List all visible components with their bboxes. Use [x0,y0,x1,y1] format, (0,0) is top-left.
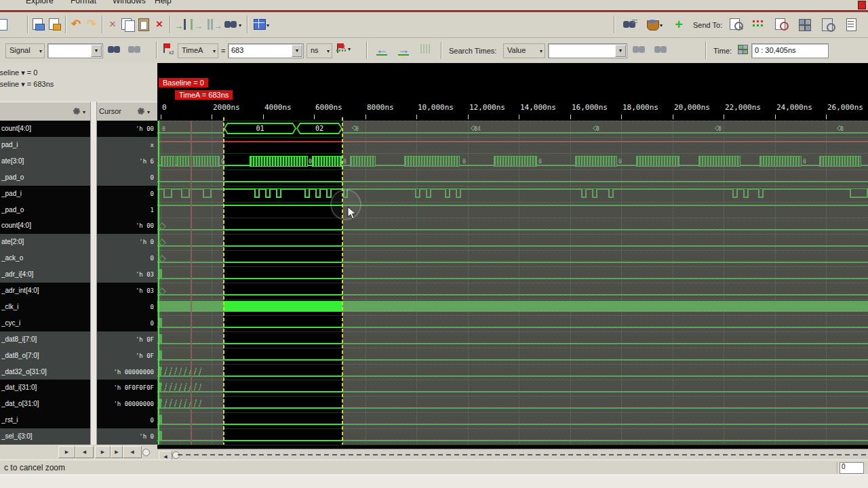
signal-row[interactable]: _pad_o0 [0,169,157,186]
next-edge-icon[interactable]: → [396,42,411,57]
signal-row[interactable]: count[4:0]'h 00 [0,218,157,234]
time-axis[interactable]: 02000ns4000ns6000ns8000ns10,000ns12,000n… [157,100,868,121]
shift-out-icon[interactable]: → [190,17,205,32]
panel-scroll-knob[interactable] [142,449,150,456]
search-value-combo[interactable]: ▼ [548,43,627,58]
send-to-schematic-icon[interactable] [797,17,812,32]
add-icon[interactable]: + [671,17,686,32]
menu-item-help[interactable]: Help [155,0,172,10]
prev-edge-icon[interactable]: ← [374,42,389,57]
axis-tick-label: 20,000ns [674,103,710,112]
signal-row[interactable]: _pad_i0 [0,186,157,202]
search-icon[interactable]: ▾ [224,17,239,32]
clipped-icon[interactable] [0,17,9,32]
wave-busy-block [250,156,308,167]
signal-value: 'h 6 [96,158,154,165]
column-divider[interactable] [90,102,97,460]
send-to-viewer-icon[interactable] [729,17,744,32]
signal-name: _clk_i [1,303,90,310]
timea-value-combo[interactable]: 683▼ [228,43,304,58]
marker-set-icon[interactable]: x ▾ [335,42,350,57]
signal-row[interactable]: _clk_i0 [0,299,157,315]
combo-arrow-icon[interactable]: ▼ [615,45,626,57]
send-to-waves-icon[interactable] [751,17,766,32]
save-as-icon[interactable] [47,17,62,32]
combo-arrow-icon[interactable]: ▼ [91,45,102,57]
signal-row[interactable]: ate[2:0]'h 0 [0,234,157,250]
zoom-select-start-line[interactable] [223,117,224,445]
signal-name: _dat32_o[31:0] [1,368,90,375]
cursor-baseline-line[interactable]: Baseline ▾ = 683ns [0,80,54,89]
time-unit-dropdown[interactable]: ns▾ [307,43,332,58]
signal-scope-dropdown[interactable]: Signal▾ [5,43,45,58]
search-list-icon[interactable] [623,17,637,32]
send-to-list-icon[interactable] [845,17,860,32]
timea-dropdown[interactable]: TimeA▾ [178,43,218,58]
basket-icon[interactable]: ▾ [646,17,660,32]
waveform-hscrollbar[interactable]: ◀ [157,449,868,460]
signal-row[interactable]: ate[3:0]'h 6 [0,153,157,169]
signal-row[interactable]: _dat32_o[31:0]'h 00000000 [0,364,157,380]
search-back-icon[interactable] [632,42,647,57]
signal-row[interactable]: _adr_i[4:0]'h 03 [0,266,157,283]
signal-value: 'h 00 [96,222,154,229]
signal-row[interactable]: count[4:0]'h 00 [0,121,157,137]
signal-row[interactable]: _dat8_o[7:0]'h 0F [0,348,157,364]
signal-row[interactable]: _sel_i[3:0]'h 0 [0,428,157,445]
shift-in-icon[interactable]: → [174,17,189,32]
panel-scroll-button[interactable]: ▶ [111,446,123,458]
hscroll-track[interactable] [178,454,867,455]
cursor-column-gear-icon[interactable] [138,108,144,115]
signal-row[interactable]: _cyc_i0 [0,315,157,331]
signal-row[interactable]: _adr_int[4:0]'h 03 [0,283,157,299]
search-value-dropdown[interactable]: Value▾ [503,43,545,58]
send-to-report-icon[interactable] [774,17,789,32]
signal-value: 0 [96,304,154,310]
signal-row[interactable]: _dat_i[31:0]'h 0F0F0F0F [0,380,157,396]
search-forward-icon[interactable] [654,42,669,57]
mouse-cursor [347,207,358,223]
panel-scroll-button[interactable]: ▶ [95,446,111,458]
signal-row[interactable]: _dat_o[31:0]'h 00000000 [0,396,157,412]
signal-row[interactable]: pad_ix [0,137,157,153]
baseline-line[interactable]: Baseline ▾ = 0 [0,68,37,77]
delete-icon[interactable]: × [152,17,167,32]
signal-row[interactable]: _pad_o1 [0,202,157,218]
find-previous-icon[interactable] [107,42,122,57]
name-column-gear-icon[interactable] [73,108,80,115]
signal-name: _ack_o [1,254,90,262]
panel-scroll-button[interactable]: ▶ [58,446,75,458]
time-range-icon[interactable] [736,42,749,57]
zoom-select-end-line[interactable] [342,117,343,445]
window-view-icon[interactable]: ▾ [252,17,267,32]
cursor-column-caret-icon[interactable]: ▾ [147,109,150,115]
paste-icon[interactable] [136,17,151,32]
menu-item-format[interactable]: Format [71,0,96,10]
combo-arrow-icon[interactable]: ▼ [292,45,302,57]
wave-low-pulse [265,189,271,198]
find-next-icon[interactable] [127,42,142,57]
signal-row[interactable]: _rst_i0 [0,412,157,428]
copy-icon[interactable] [121,17,136,32]
undo-icon[interactable]: ↶ [68,17,83,32]
menu-item-explore[interactable]: Explore [26,0,54,10]
expand-time-icon[interactable] [419,42,434,57]
signal-row[interactable]: _dat8_i[7:0]'h 0F [0,331,157,348]
save-snapshot-icon[interactable] [31,17,46,32]
name-column-caret-icon[interactable]: ▾ [83,109,85,115]
signal-value: 'h 03 [96,271,154,278]
redo-icon[interactable]: ↷ [84,17,99,32]
cut-icon[interactable]: × [105,17,120,32]
signal-search-combo[interactable]: ▼ [47,43,103,58]
menu-item-windows[interactable]: Windows [113,0,146,10]
window-close-button[interactable] [858,1,866,9]
marker-x2-icon[interactable]: x2 [161,42,176,57]
panel-scroll-button[interactable]: ◀ [75,446,94,458]
waveform-canvas[interactable]: 010200040000000000 Baseline = 0 TimeA = … [157,63,868,460]
signal-value: 0 [96,417,154,424]
panel-scroll-button[interactable]: ◀ [123,446,142,458]
insert-icon[interactable]: → [206,17,221,32]
send-to-register-icon[interactable] [821,17,835,32]
signal-row[interactable]: _ack_o0 [0,250,157,266]
time-range-field[interactable]: 0 : 30,405ns [751,43,829,58]
